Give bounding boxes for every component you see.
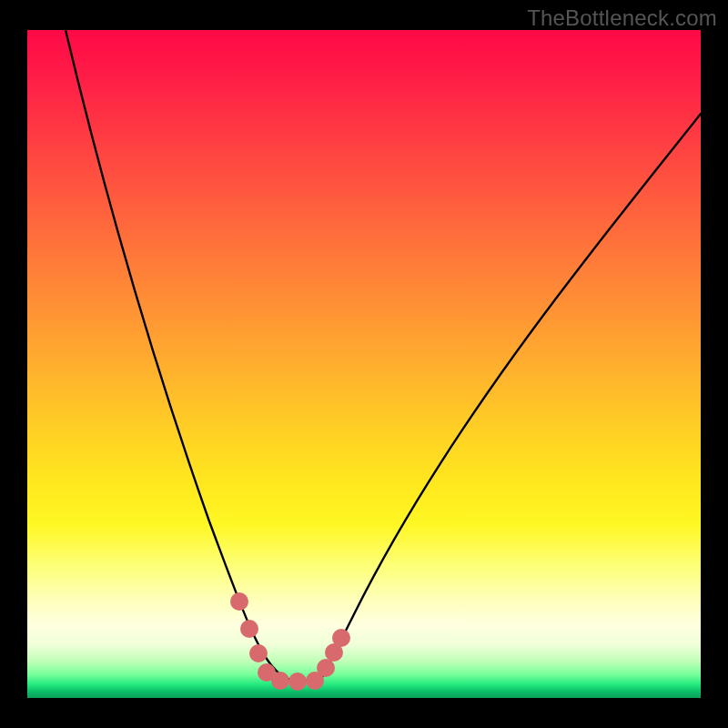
svg-point-2 [249, 644, 268, 662]
svg-point-9 [332, 629, 350, 647]
curve-layer [27, 30, 701, 698]
plot-area [27, 30, 701, 698]
chart-frame: TheBottleneck.com [0, 0, 728, 728]
svg-point-0 [230, 592, 248, 611]
svg-point-7 [317, 659, 335, 677]
attribution-text: TheBottleneck.com [527, 5, 717, 31]
bottleneck-curve [66, 30, 701, 681]
svg-point-4 [271, 672, 289, 690]
svg-point-1 [240, 620, 258, 638]
highlight-markers [230, 592, 350, 691]
svg-point-5 [288, 672, 307, 691]
